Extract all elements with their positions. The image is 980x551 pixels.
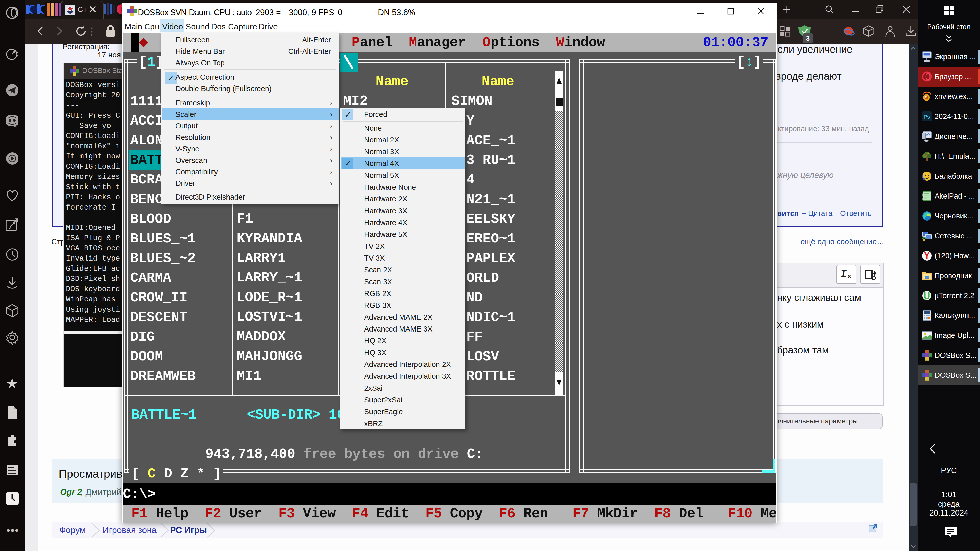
svg-text:Ps: Ps [923,114,930,120]
